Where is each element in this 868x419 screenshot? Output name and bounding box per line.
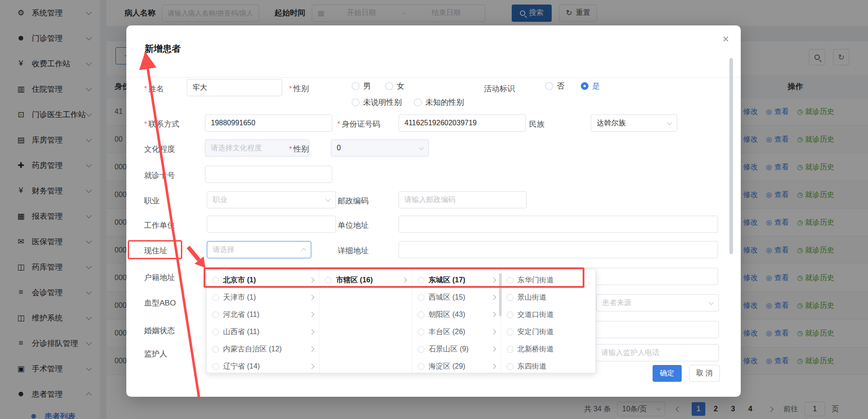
occupation-label: 职业 xyxy=(144,196,160,206)
gender-radio-unknown[interactable]: 未知的性别 xyxy=(414,97,464,108)
cascader-option[interactable]: 天津市 (1) xyxy=(207,289,319,306)
blood-type-label: 血型ABO xyxy=(144,298,176,308)
cascader-option[interactable]: 丰台区 (26) xyxy=(412,323,501,340)
chevron-right-icon xyxy=(491,312,496,317)
cascader-option[interactable]: 海淀区 (29) xyxy=(412,358,501,373)
gender-radio-unstated[interactable]: 未说明性别 xyxy=(352,97,402,108)
cascader-option[interactable]: 河北省 (11) xyxy=(207,306,319,323)
guardian-label: 监护人 xyxy=(144,349,167,359)
contact-input[interactable] xyxy=(205,114,332,132)
id-number-input[interactable] xyxy=(399,114,526,132)
radio-icon xyxy=(545,82,553,90)
cascader-option[interactable]: 辽宁省 (14) xyxy=(207,358,319,373)
chevron-right-icon xyxy=(309,312,314,317)
postal-code-label: 邮政编码 xyxy=(338,196,369,206)
radio-icon xyxy=(507,346,514,353)
radio-icon xyxy=(507,311,514,318)
radio-icon xyxy=(212,294,219,301)
radio-icon xyxy=(418,346,424,353)
chevron-down-icon xyxy=(419,145,424,150)
cascader-option[interactable]: 西城区 (15) xyxy=(412,289,501,306)
postal-code-input[interactable] xyxy=(399,191,527,208)
radio-icon xyxy=(418,363,424,370)
ethnicity-label: 民族 xyxy=(529,119,544,129)
radio-icon xyxy=(418,311,424,318)
radio-icon xyxy=(385,82,393,90)
chevron-right-icon xyxy=(309,346,314,351)
radio-icon xyxy=(212,329,219,335)
cascader-option[interactable]: 内蒙古自治区 (12) xyxy=(207,340,319,358)
gender-radio-female[interactable]: 女 xyxy=(385,81,404,91)
modal-title: 新增患者 xyxy=(145,43,181,55)
cascader-option[interactable]: 东四街道 xyxy=(501,358,596,373)
guardian-phone-input[interactable] xyxy=(595,344,719,361)
current-address-cascader[interactable]: 请选择 xyxy=(207,241,311,258)
cascader-option[interactable]: 北京市 (1) xyxy=(207,271,319,289)
cascader-option[interactable]: 朝阳区 (43) xyxy=(412,306,501,323)
work-unit-label: 工作单位 xyxy=(144,220,175,231)
cancel-button[interactable]: 取 消 xyxy=(689,365,720,382)
cascader-option[interactable]: 山西省 (11) xyxy=(207,323,319,340)
modal-scrollbar[interactable] xyxy=(729,58,733,254)
chevron-right-icon xyxy=(402,277,407,282)
radio-icon xyxy=(212,346,219,353)
gender-label: *性别 xyxy=(289,84,309,94)
active-flag-radio-yes[interactable]: 是 xyxy=(581,81,600,91)
id-number-label: *身份证号码 xyxy=(337,119,380,129)
radio-checked-icon xyxy=(581,82,589,90)
gender-radio-male[interactable]: 男 xyxy=(352,81,371,91)
add-patient-modal: 新增患者 × *姓名 *性别 男 女 活动标识 否 是 未说明性别 未知的性别 … xyxy=(126,25,741,397)
radio-icon xyxy=(414,99,422,106)
chevron-right-icon xyxy=(491,346,496,351)
radio-icon xyxy=(507,329,514,335)
chevron-down-icon xyxy=(708,300,713,305)
cascader-option[interactable]: 市辖区 (16) xyxy=(319,271,412,289)
radio-icon xyxy=(507,294,514,301)
radio-icon xyxy=(352,99,359,106)
current-address-label: 现住址 xyxy=(144,246,167,256)
occupation-select[interactable]: 职业 xyxy=(207,191,336,208)
patient-source-select[interactable]: 患者来源 xyxy=(596,294,719,311)
detail-address-label: 详细地址 xyxy=(338,246,369,256)
active-flag-label: 活动标识 xyxy=(484,84,515,94)
cascader-option[interactable]: 交道口街道 xyxy=(501,306,596,323)
education-label: 文化程度 xyxy=(144,144,175,154)
radio-icon xyxy=(418,329,424,335)
cascader-province-column: 北京市 (1) 天津市 (1) 河北省 (11) 山西省 xyxy=(207,270,319,373)
work-unit-input[interactable] xyxy=(207,216,336,233)
detail-address-input[interactable] xyxy=(399,241,718,258)
cascader-option[interactable]: 东城区 (17) xyxy=(412,271,501,289)
cascader-option[interactable]: 北新桥街道 xyxy=(501,340,596,358)
chevron-right-icon xyxy=(491,329,496,334)
radio-icon xyxy=(212,363,219,370)
ethnicity-select[interactable]: 达斡尔族 xyxy=(591,114,677,132)
gender-code-select[interactable]: 0 xyxy=(331,139,429,157)
visit-card-input[interactable] xyxy=(205,166,332,183)
radio-icon xyxy=(352,82,359,90)
cascader-option[interactable]: 石景山区 (9) xyxy=(412,340,501,358)
gender-code-label: *性别 xyxy=(289,144,309,154)
marital-status-label: 婚姻状态 xyxy=(144,325,175,336)
cascader-district-column: 东城区 (17) 西城区 (15) 朝阳区 (43) 丰台 xyxy=(412,270,501,373)
cascader-option[interactable]: 安定门街道 xyxy=(501,323,596,340)
modal-header-divider xyxy=(126,77,741,78)
chevron-right-icon xyxy=(491,364,496,369)
active-flag-radio-no[interactable]: 否 xyxy=(545,81,564,91)
cascader-scrollbar[interactable] xyxy=(499,273,502,316)
cascader-option[interactable]: 东华门街道 xyxy=(501,271,596,289)
cascader-option[interactable]: 景山街道 xyxy=(501,289,596,306)
chevron-right-icon xyxy=(309,277,314,282)
chevron-right-icon xyxy=(309,364,314,369)
radio-icon xyxy=(418,294,424,301)
name-label: *姓名 xyxy=(144,84,164,94)
cascader-city-column: 市辖区 (16) xyxy=(319,270,412,373)
chevron-down-icon xyxy=(325,197,330,202)
marital-status-input[interactable] xyxy=(595,321,719,338)
visit-card-label: 就诊卡号 xyxy=(144,170,175,181)
contact-label: *联系方式 xyxy=(144,119,180,129)
confirm-button[interactable]: 确定 xyxy=(653,365,682,382)
radio-icon xyxy=(325,277,332,284)
close-icon[interactable]: × xyxy=(723,34,729,44)
unit-address-input[interactable] xyxy=(399,216,718,233)
name-input[interactable] xyxy=(187,79,282,96)
